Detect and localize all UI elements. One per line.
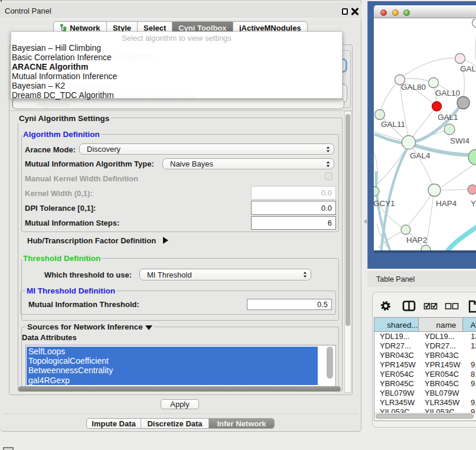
svg-text:GCY1: GCY1: [374, 199, 395, 208]
svg-text:GAL10: GAL10: [435, 89, 460, 97]
svg-text:GAL: GAL: [460, 64, 476, 73]
svg-text:HAP4: HAP4: [436, 199, 457, 208]
svg-text:GAL11: GAL11: [381, 120, 405, 129]
svg-text:SWI4: SWI4: [450, 136, 470, 145]
svg-text:GAL1: GAL1: [438, 113, 458, 122]
svg-text:HAP2: HAP2: [406, 236, 427, 244]
svg-text:Y: Y: [471, 199, 476, 208]
svg-text:GAL80: GAL80: [401, 83, 426, 92]
svg-text:GAL4: GAL4: [410, 151, 431, 160]
